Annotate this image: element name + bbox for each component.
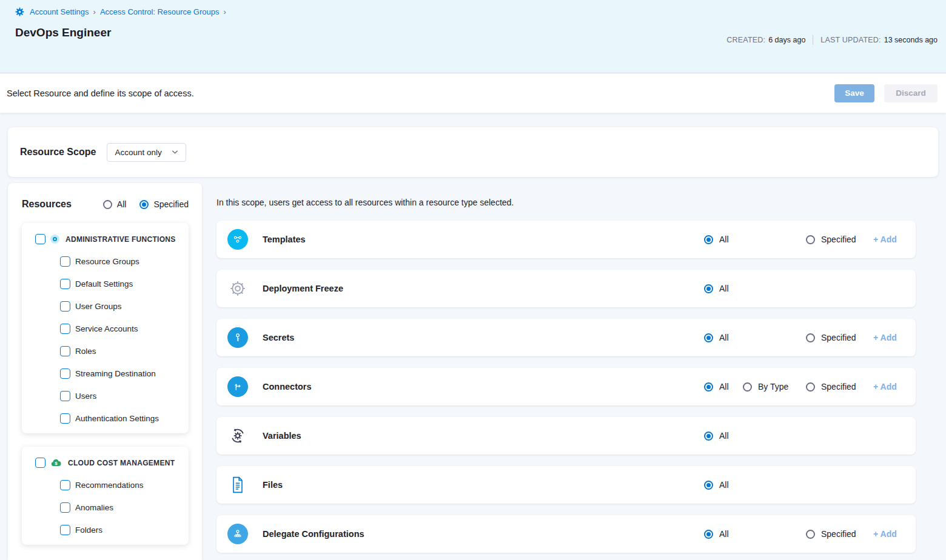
resources-header: Resources All Specified (22, 199, 189, 210)
radio-option-specified[interactable]: Specified (806, 529, 856, 539)
checkbox[interactable] (60, 346, 70, 356)
radio-option-all[interactable]: All (704, 333, 729, 342)
row-controls: AllBy TypeSpecified+ Add (216, 368, 916, 405)
created-label: CREATED: (726, 36, 765, 44)
resource-tree-item-service-accounts[interactable]: Service Accounts (22, 318, 189, 340)
resource-tree-item-streaming-destination[interactable]: Streaming Destination (22, 362, 189, 385)
resource-group-card: ADMINISTRATIVE FUNCTIONS Resource Groups… (22, 223, 189, 433)
radio-icon[interactable] (806, 382, 815, 392)
radio-option-specified[interactable]: Specified (139, 199, 189, 209)
radio-option-all[interactable]: All (704, 480, 729, 490)
checkbox[interactable] (60, 525, 70, 535)
toolbar-description: Select Resource and define its scope of … (7, 88, 194, 98)
checkbox[interactable] (60, 324, 70, 334)
breadcrumb-link-account-settings[interactable]: Account Settings (30, 7, 89, 16)
resource-scope-card: Resource Scope Account only (8, 127, 938, 177)
checkbox[interactable] (60, 391, 70, 401)
add-link[interactable]: + Add (873, 235, 897, 244)
radio-icon[interactable] (806, 530, 815, 539)
resource-tree-item-folders[interactable]: Folders (22, 519, 189, 541)
resource-rows: Templates AllSpecified+ Add Deployment F… (216, 221, 916, 553)
gear-icon (15, 7, 24, 16)
checkbox[interactable] (60, 480, 70, 490)
save-button[interactable]: Save (834, 84, 874, 102)
resource-type-row-files: Files All (216, 466, 916, 504)
radio-icon[interactable] (806, 333, 815, 342)
radio-label: Specified (821, 235, 856, 244)
radio-option-all[interactable]: All (103, 199, 127, 209)
radio-icon[interactable] (704, 333, 713, 342)
radio-icon[interactable] (139, 200, 149, 209)
radio-label: Specified (821, 333, 856, 342)
item-label: Service Accounts (75, 324, 138, 333)
resource-group-header: ADMINISTRATIVE FUNCTIONS (22, 234, 189, 244)
group-label: ADMINISTRATIVE FUNCTIONS (65, 235, 176, 244)
page-header: Account Settings › Access Control: Resou… (0, 0, 946, 73)
radio-option-all[interactable]: All (704, 284, 729, 293)
item-label: User Groups (75, 302, 122, 311)
radio-icon[interactable] (743, 382, 752, 392)
radio-option-all[interactable]: All (704, 382, 729, 392)
group-icon-host (50, 235, 59, 244)
checkbox[interactable] (60, 279, 70, 289)
checkbox[interactable] (60, 502, 70, 513)
add-link[interactable]: + Add (873, 529, 897, 539)
radio-option-all[interactable]: All (704, 431, 729, 441)
resource-tree-item-roles[interactable]: Roles (22, 340, 189, 362)
checkbox[interactable] (60, 413, 70, 424)
radio-option-specified[interactable]: Specified (806, 333, 856, 342)
radio-icon[interactable] (103, 200, 112, 209)
chevron-down-icon (172, 150, 178, 155)
last-updated-value: 13 seconds ago (884, 36, 938, 44)
breadcrumb-link-resource-groups[interactable]: Access Control: Resource Groups (100, 7, 220, 16)
radio-option-all[interactable]: All (704, 529, 729, 539)
breadcrumb: Account Settings › Access Control: Resou… (15, 7, 938, 16)
admin-functions-icon (50, 235, 59, 244)
cloud-cost-icon: $ (50, 458, 62, 467)
breadcrumb-separator: › (93, 7, 96, 16)
radio-option-specified[interactable]: Specified (806, 382, 856, 392)
radio-icon[interactable] (704, 530, 713, 539)
radio-icon[interactable] (704, 481, 713, 490)
resource-type-row-delegate-configurations: Delegate Configurations AllSpecified+ Ad… (216, 515, 916, 553)
radio-label: All (719, 284, 729, 293)
content: Resources All Specified (8, 183, 938, 560)
resource-group-header: $ CLOUD COST MANAGEMENT (22, 458, 189, 468)
resource-scope-dropdown[interactable]: Account only (107, 143, 186, 162)
resource-tree-item-recommendations[interactable]: Recommendations (22, 474, 189, 496)
radio-option-all[interactable]: All (704, 235, 729, 244)
radio-option-specified[interactable]: Specified (806, 235, 856, 244)
group-label: CLOUD COST MANAGEMENT (68, 459, 175, 467)
resource-tree-item-users[interactable]: Users (22, 385, 189, 407)
radio-icon[interactable] (704, 235, 713, 244)
resource-tree-item-default-settings[interactable]: Default Settings (22, 273, 189, 295)
checkbox[interactable] (60, 256, 70, 267)
resource-tree-item-anomalies[interactable]: Anomalies (22, 496, 189, 519)
radio-icon[interactable] (704, 432, 713, 441)
add-link[interactable]: + Add (873, 333, 897, 342)
radio-option-by-type[interactable]: By Type (743, 382, 788, 392)
resources-title: Resources (22, 199, 72, 210)
item-label: Anomalies (75, 503, 113, 512)
radio-label: All (117, 199, 127, 209)
resource-scope-label: Resource Scope (20, 147, 96, 158)
resource-scope-value: Account only (115, 148, 161, 157)
checkbox[interactable] (35, 234, 45, 244)
resource-type-row-secrets: Secrets AllSpecified+ Add (216, 319, 916, 356)
resource-type-row-deployment-freeze: Deployment Freeze All (216, 270, 916, 307)
resource-tree-item-resource-groups[interactable]: Resource Groups (22, 250, 189, 273)
resource-tree-item-user-groups[interactable]: User Groups (22, 295, 189, 318)
item-label: Authentication Settings (75, 414, 159, 423)
checkbox[interactable] (60, 301, 70, 312)
radio-icon[interactable] (806, 235, 815, 244)
resources-sidebar: Resources All Specified (8, 183, 202, 560)
radio-icon[interactable] (704, 382, 713, 392)
resource-tree-item-authentication-settings[interactable]: Authentication Settings (22, 407, 189, 430)
add-link[interactable]: + Add (873, 382, 897, 392)
discard-button[interactable]: Discard (884, 84, 938, 102)
header-meta: CREATED: 6 days ago LAST UPDATED: 13 sec… (726, 35, 938, 45)
checkbox[interactable] (35, 458, 45, 468)
radio-icon[interactable] (704, 284, 713, 293)
radio-label: All (719, 333, 729, 342)
checkbox[interactable] (60, 368, 70, 379)
